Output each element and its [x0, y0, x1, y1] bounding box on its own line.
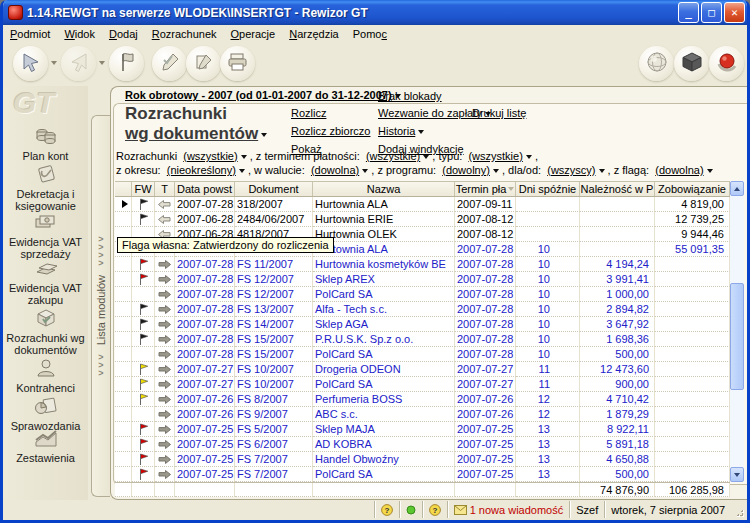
column-header-t[interactable]: T: [155, 182, 175, 196]
table-header-row: FWTData powstDokumentNazwaTermin płaDni …: [115, 181, 744, 197]
table-row[interactable]: 2007-07-25FS 7/2007PolCard SA2007-07-251…: [115, 467, 744, 482]
printer-button[interactable]: [220, 46, 255, 81]
filter-value-dropdown[interactable]: (wszystkie): [366, 150, 420, 162]
scroll-down-button[interactable]: [730, 467, 744, 482]
lock-status-label[interactable]: Brak blokady: [378, 90, 442, 102]
page-title-line2[interactable]: wg dokumentów: [125, 124, 258, 143]
scroll-up-button[interactable]: [730, 181, 744, 196]
forward-arrow-button[interactable]: [61, 46, 96, 81]
table-row[interactable]: 2007-07-27FS 10/2007Drogeria ODEON2007-0…: [115, 362, 744, 377]
column-header-data-powst[interactable]: Data powst: [175, 182, 235, 196]
chevron-down-icon: [493, 169, 499, 173]
arrow-right-icon: [158, 365, 171, 374]
close-button[interactable]: ✕: [724, 2, 745, 23]
globe-icon: [645, 50, 669, 78]
sidebar-item-plan-kont[interactable]: Plan kont: [3, 124, 88, 162]
fiscal-year-selector[interactable]: Rok obrotowy - 2007 (od 01-01-2007 do 31…: [125, 89, 401, 101]
table-row[interactable]: 2007-07-28FS 15/2007PolCard SA2007-07-28…: [115, 347, 744, 362]
resize-grip[interactable]: [733, 506, 745, 518]
link-wezwanie-do-zapłaty[interactable]: Wezwanie do zapłaty: [378, 107, 482, 119]
filter-label: typu:: [438, 150, 462, 162]
edit-check-button[interactable]: [152, 46, 187, 81]
cell: [155, 407, 175, 422]
column-header-nazwa[interactable]: Nazwa: [313, 182, 455, 196]
globe-button[interactable]: [639, 46, 674, 81]
table-row[interactable]: 2007-07-25FS 6/2007AD KOBRA2007-07-25135…: [115, 437, 744, 452]
menu-item-rozrachunek[interactable]: Rozrachunek: [145, 27, 224, 41]
menu-item-podmiot[interactable]: Podmiot: [3, 27, 57, 41]
column-header-selector[interactable]: [115, 182, 132, 196]
column-header-dokument[interactable]: Dokument: [235, 182, 313, 196]
link-drukuj-listę[interactable]: Drukuj listę: [472, 107, 526, 119]
question-icon[interactable]: ?: [429, 504, 441, 516]
column-header-nale-no-w-p[interactable]: Należność w P: [580, 182, 655, 196]
sidebar-item-rozrachunki[interactable]: Rozrachunki wg dokumentów: [3, 306, 88, 356]
new-message-text[interactable]: 1 nowa wiadomość: [470, 504, 564, 516]
table-row[interactable]: 2007-07-28FS 13/2007Alfa - Tech s.c.2007…: [115, 302, 744, 317]
table-row[interactable]: 2007-07-26FS 8/2007Perfumeria BOSS2007-0…: [115, 392, 744, 407]
menu-item-widok[interactable]: Widok: [57, 27, 102, 41]
arrow-right-icon: [158, 335, 171, 344]
fiscal-year-label[interactable]: Rok obrotowy - 2007 (od 01-01-2007 do 31…: [125, 89, 392, 101]
lock-status[interactable]: Brak blokady: [378, 90, 442, 102]
chevron-down-icon[interactable]: [99, 61, 105, 65]
sidebar-item-vat-zakupu[interactable]: Ewidencja VAT zakupu: [3, 256, 88, 306]
column-header-fw[interactable]: FW: [132, 182, 155, 196]
filter-value-dropdown[interactable]: (wszyscy): [547, 164, 595, 176]
minimize-button[interactable]: _: [678, 2, 699, 23]
table-row[interactable]: 2007-07-25FS 5/2007Sklep MAJA2007-07-251…: [115, 422, 744, 437]
table-row[interactable]: 2007-07-28318/2007Hurtownia ALA2007-09-1…: [115, 197, 744, 212]
vertical-scrollbar[interactable]: [730, 181, 744, 482]
total-empty-cell: [516, 483, 580, 497]
table-row[interactable]: 2007-06-282484/06/2007Hurtownia ERIE2007…: [115, 212, 744, 227]
cell: PolCard SA: [313, 377, 455, 392]
table-row[interactable]: 2007-07-28FS 11/2007Hurtownia kosmetyków…: [115, 257, 744, 272]
chevron-down-icon: [418, 130, 424, 134]
column-header-dni-sp-nie[interactable]: Dni spóźnie: [516, 182, 580, 196]
select-arrow-button[interactable]: [13, 46, 48, 81]
help-status-cell[interactable]: ?: [374, 501, 399, 518]
menu-item-operacje[interactable]: Operacje: [224, 27, 283, 41]
table-row[interactable]: 2007-07-25FS 7/2007Handel Obwoźny2007-07…: [115, 452, 744, 467]
flag-button[interactable]: [109, 46, 144, 81]
menu-item-dodaj[interactable]: Dodaj: [102, 27, 145, 41]
table-row[interactable]: 2007-07-28FS 12/2007PolCard SA2007-07-28…: [115, 287, 744, 302]
cell: 2007-07-26: [455, 407, 516, 422]
filter-value-dropdown[interactable]: (dowolna): [311, 164, 359, 176]
module-list-tab[interactable]: >>>> Lista modułów >>>: [91, 115, 110, 497]
menu-item-pomoc[interactable]: Pomoc: [346, 27, 394, 41]
column-header-zobowi-zanie[interactable]: Zobowiązanie: [655, 182, 730, 196]
link-historia[interactable]: Historia: [378, 125, 415, 137]
app-icon[interactable]: [8, 5, 23, 20]
table-row[interactable]: 2007-07-27FS 10/2007PolCard SA2007-07-27…: [115, 377, 744, 392]
column-header-termin-p-a[interactable]: Termin pła: [455, 182, 516, 196]
exit-button[interactable]: [709, 46, 744, 81]
cell: 2007-07-26: [175, 407, 235, 422]
cube-button[interactable]: [674, 46, 709, 81]
module-list-tab-label: Lista modułów: [95, 275, 107, 345]
sidebar-item-zestawienia[interactable]: Zestawienia: [3, 426, 88, 464]
filter-value-dropdown[interactable]: (nieokreślony): [167, 164, 236, 176]
sidebar-item-dekretacja[interactable]: Dekretacja i księgowanie: [3, 162, 88, 212]
filter-value-dropdown[interactable]: (dowolny): [442, 164, 490, 176]
maximize-button[interactable]: □: [701, 2, 722, 23]
scroll-thumb[interactable]: [730, 283, 744, 390]
edit-check-icon: [159, 51, 181, 77]
table-row[interactable]: 2007-07-28FS 15/2007P.R.U.S.K. Sp.z o.o.…: [115, 332, 744, 347]
new-message-cell[interactable]: 1 nowa wiadomość: [447, 501, 570, 518]
menu-item-narzędzia[interactable]: Narzędzia: [282, 27, 346, 41]
table-row[interactable]: 2007-07-28FS 14/2007Sklep AGA2007-07-281…: [115, 317, 744, 332]
assistant-status-cell[interactable]: ?: [422, 501, 447, 518]
link-rozlicz-zbiorczo[interactable]: Rozlicz zbiorczo: [291, 125, 370, 137]
edit-copy-button[interactable]: [186, 46, 221, 81]
link-rozlicz[interactable]: Rozlicz: [291, 107, 326, 119]
question-icon[interactable]: ?: [381, 504, 393, 516]
filter-value-dropdown[interactable]: (dowolna): [655, 164, 703, 176]
sidebar-item-vat-sprzedazy[interactable]: Ewidencja VAT sprzedaży: [3, 210, 88, 260]
chevron-down-icon[interactable]: [51, 61, 57, 65]
filter-value-dropdown[interactable]: (wszystkie): [183, 150, 237, 162]
table-row[interactable]: 2007-07-28FS 12/2007Sklep AREX2007-07-28…: [115, 272, 744, 287]
sidebar-item-kontrahenci[interactable]: Kontrahenci: [3, 356, 88, 394]
filter-value-dropdown[interactable]: (wszystkie): [468, 150, 522, 162]
table-row[interactable]: 2007-07-26FS 9/2007ABC s.c.2007-07-26121…: [115, 407, 744, 422]
